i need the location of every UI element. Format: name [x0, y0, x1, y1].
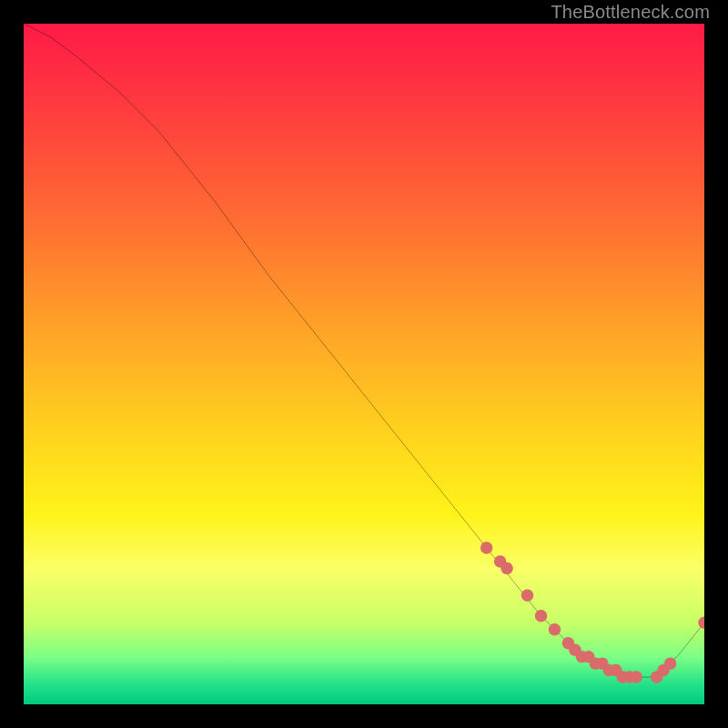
highlight-dot: [480, 541, 492, 553]
highlight-dot: [630, 671, 642, 682]
chart-stage: TheBottleneck.com: [0, 0, 728, 728]
marker-group: [480, 541, 704, 683]
chart-svg: [24, 24, 704, 704]
highlight-dot: [535, 610, 547, 622]
watermark-text: TheBottleneck.com: [551, 2, 710, 23]
highlight-dot: [549, 623, 561, 635]
highlight-dot: [698, 617, 704, 629]
highlight-dot: [500, 562, 512, 574]
curve-path: [24, 24, 704, 677]
highlight-dot: [664, 657, 676, 669]
plot-area: [24, 24, 704, 704]
highlight-dot: [521, 590, 533, 602]
